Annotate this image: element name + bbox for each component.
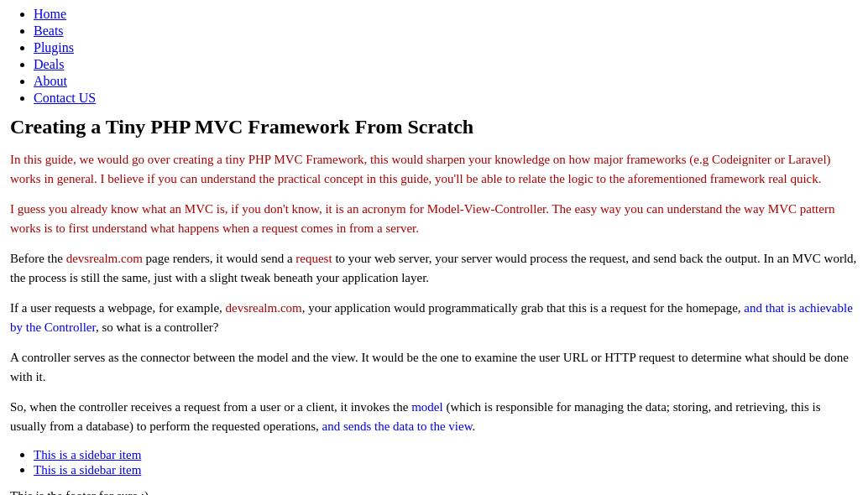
nav-link-plugins[interactable]: Plugins [34,40,74,55]
paragraph-4: If a user requests a webpage, for exampl… [10,299,858,336]
inline-blue-2: model [411,400,443,414]
nav-list: Home Beats Plugins Deals About Contact U… [10,7,858,106]
nav-item-plugins: Plugins [34,40,858,55]
nav-link-about[interactable]: About [34,74,67,88]
nav-link-home[interactable]: Home [34,7,66,21]
paragraph-5: A controller serves as the connector bet… [10,348,858,386]
inline-blue-3: and sends the data to the view [322,419,473,433]
nav-link-deals[interactable]: Deals [34,57,64,71]
nav-item-deals: Deals [34,57,858,72]
sidebar-list: This is a sidebar item This is a sidebar… [10,447,858,477]
inline-red-1: devsrealm.com [66,252,143,265]
nav-item-beats: Beats [34,23,858,39]
sidebar-item-1: This is a sidebar item [34,447,858,462]
page-title: Creating a Tiny PHP MVC Framework From S… [10,116,858,138]
paragraph-1: In this guide, we would go over creating… [10,150,858,188]
nav-item-about: About [34,74,858,89]
inline-blue-1: and that is achievable by the Controller [10,301,853,334]
paragraph-2: I guess you already know what an MVC is,… [10,200,858,237]
nav-link-contact[interactable]: Contact US [34,91,96,105]
paragraph-3: Before the devsrealm.com page renders, i… [10,249,858,287]
nav-link-beats[interactable]: Beats [34,23,64,38]
paragraph-6: So, when the controller receives a reque… [10,398,858,435]
sidebar-item-2: This is a sidebar item [34,462,858,477]
inline-red-2: request [295,252,332,265]
sidebar-link-1[interactable]: This is a sidebar item [34,448,141,461]
sidebar-link-2[interactable]: This is a sidebar item [34,463,141,477]
main-content: Creating a Tiny PHP MVC Framework From S… [10,116,858,495]
nav-item-contact: Contact US [34,91,858,106]
footer-text: This is the footer for sure ;) [10,489,858,495]
main-nav: Home Beats Plugins Deals About Contact U… [10,7,858,106]
nav-item-home: Home [34,7,858,22]
inline-red-3: devsrealm.com [226,301,302,315]
